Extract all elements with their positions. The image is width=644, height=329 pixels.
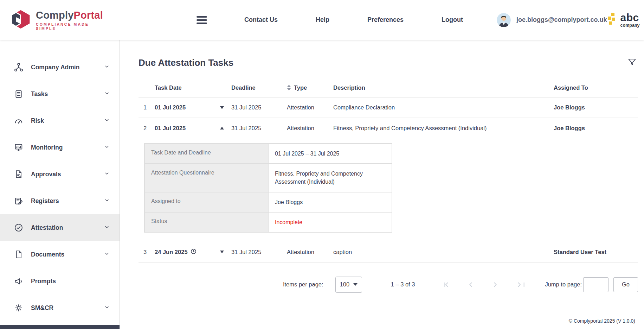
gear-icon xyxy=(13,303,24,313)
gauge-icon xyxy=(13,115,24,126)
brand-portal: Portal xyxy=(74,10,103,21)
sidebar-item-risk[interactable]: Risk xyxy=(0,107,120,134)
expand-row-icon[interactable] xyxy=(217,103,226,112)
sidebar-bottom-bar xyxy=(0,325,120,329)
assigned-to-cell: Standard User Test xyxy=(554,249,638,255)
chevron-down-icon xyxy=(104,251,110,258)
row-detail-table: Task Date and Deadline 01 Jul 2025 – 31 … xyxy=(144,143,392,233)
sidebar-item-label: Registers xyxy=(31,197,104,205)
company-logo: abc company xyxy=(607,12,640,28)
jump-to-page-input[interactable] xyxy=(583,277,608,292)
sidebar-item-label: Approvals xyxy=(31,171,104,178)
sidebar-item-label: Tasks xyxy=(31,90,104,98)
sidebar-item-monitoring[interactable]: Monitoring xyxy=(0,134,120,161)
nav-preferences[interactable]: Preferences xyxy=(367,16,404,24)
user-account-menu[interactable]: joe.bloggs@complyport.co.uk xyxy=(497,13,607,27)
brand-comply: Comply xyxy=(36,10,74,21)
sidebar-item-company-admin[interactable]: Company Admin xyxy=(0,54,120,81)
sidebar-item-label: Attestation xyxy=(31,224,104,232)
nav-help[interactable]: Help xyxy=(316,16,329,24)
chevron-down-icon xyxy=(104,90,110,97)
go-button[interactable]: Go xyxy=(613,277,638,292)
chevron-down-icon xyxy=(104,117,110,124)
table-row: 3 24 Jun 2025 31 Jul 2025 Attestation ca… xyxy=(139,242,638,262)
org-chart-icon xyxy=(13,62,24,72)
detail-value: 01 Jul 2025 – 31 Jul 2025 xyxy=(268,144,392,164)
description-cell: Fitness, Propriety and Competency Assess… xyxy=(333,125,554,132)
megaphone-icon xyxy=(13,276,24,286)
app-root: ComplyPortal Compliance Made Simple Cont… xyxy=(0,0,644,329)
sidebar-item-prompts[interactable]: Prompts xyxy=(0,268,120,295)
row-number: 2 xyxy=(139,125,155,132)
complyportal-logo-icon xyxy=(11,9,31,31)
main-content: Due Attestation Tasks Task Date Deadline xyxy=(120,40,644,329)
col-type[interactable]: Type xyxy=(287,84,333,91)
jump-to-page-label: Jump to page: xyxy=(545,281,582,288)
chevron-down-icon xyxy=(104,144,110,151)
due-tasks-table: Task Date Deadline Type Description Assi… xyxy=(139,78,638,262)
copyright-note: © Complyportal 2025 (V 1.0.0) xyxy=(139,318,638,324)
task-date-cell: 01 Jul 2025 xyxy=(155,125,217,132)
deadline-cell: 31 Jul 2025 xyxy=(231,249,287,255)
sidebar-item-attestation[interactable]: Attestation xyxy=(0,214,120,241)
sidebar-item-approvals[interactable]: Approvals xyxy=(0,161,120,188)
filter-icon[interactable] xyxy=(626,56,638,69)
company-logo-name: abc xyxy=(620,12,640,23)
chevron-down-icon xyxy=(104,224,110,231)
nav-logout[interactable]: Logout xyxy=(442,16,463,24)
previous-page-icon[interactable] xyxy=(467,281,475,289)
brand-tagline: Compliance Made Simple xyxy=(36,22,103,31)
monitor-chart-icon xyxy=(13,142,24,153)
expand-row-icon[interactable] xyxy=(217,247,226,257)
chevron-down-icon xyxy=(104,197,110,204)
table-header-row: Task Date Deadline Type Description Assi… xyxy=(139,78,638,97)
assigned-to-cell: Joe Bloggs xyxy=(554,104,638,111)
next-page-icon[interactable] xyxy=(491,281,499,289)
items-per-page-select[interactable]: 100 xyxy=(335,277,362,293)
collapse-row-icon[interactable] xyxy=(217,124,226,133)
sidebar-item-label: Risk xyxy=(31,117,104,125)
sidebar-item-label: Monitoring xyxy=(31,144,104,151)
pagination-bar: Items per page: 100 1 – 3 of 3 xyxy=(139,277,638,293)
detail-label: Status xyxy=(144,212,268,232)
detail-label: Assigned to xyxy=(144,192,268,212)
circle-check-icon xyxy=(13,222,24,233)
row-number: 3 xyxy=(139,249,155,255)
detail-row: Attestation Questionnaire Fitness, Propr… xyxy=(144,164,392,192)
complyportal-logo[interactable]: ComplyPortal Compliance Made Simple xyxy=(11,9,103,31)
detail-label: Attestation Questionnaire xyxy=(144,164,268,192)
detail-row: Assigned to Joe Bloggs xyxy=(144,192,392,212)
sidebar-item-documents[interactable]: Documents xyxy=(0,241,120,268)
menu-toggle-icon[interactable] xyxy=(194,14,209,26)
status-badge: Incomplete xyxy=(268,212,392,232)
sidebar-item-tasks[interactable]: Tasks xyxy=(0,81,120,107)
detail-row: Task Date and Deadline 01 Jul 2025 – 31 … xyxy=(144,144,392,164)
page-range-label: 1 – 3 of 3 xyxy=(391,281,415,288)
layout: Company Admin Tasks Risk xyxy=(0,40,644,329)
task-date-cell: 24 Jun 2025 xyxy=(155,248,217,256)
sort-icon[interactable] xyxy=(287,85,291,90)
chevron-down-icon xyxy=(104,304,110,311)
sidebar-item-label: Company Admin xyxy=(31,64,104,71)
row-number: 1 xyxy=(139,104,155,111)
last-page-icon[interactable] xyxy=(516,281,527,289)
detail-label: Task Date and Deadline xyxy=(144,144,268,164)
nav-contact-us[interactable]: Contact Us xyxy=(244,16,278,24)
type-cell: Attestation xyxy=(287,249,333,255)
register-pencil-icon xyxy=(13,196,24,206)
sidebar-item-registers[interactable]: Registers xyxy=(0,188,120,214)
first-page-icon[interactable] xyxy=(442,281,450,289)
deadline-cell: 31 Jul 2025 xyxy=(231,104,287,111)
description-cell: Compliance Declaration xyxy=(333,104,554,111)
table-row: 1 01 Jul 2025 31 Jul 2025 Attestation Co… xyxy=(139,97,638,118)
top-header: ComplyPortal Compliance Made Simple Cont… xyxy=(0,0,644,40)
company-logo-text: abc company xyxy=(620,12,640,28)
col-task-date: Task Date xyxy=(155,84,217,91)
col-deadline: Deadline xyxy=(231,84,287,91)
sidebar: Company Admin Tasks Risk xyxy=(0,40,120,329)
sidebar-item-smcr[interactable]: SM&CR xyxy=(0,295,120,321)
type-cell: Attestation xyxy=(287,104,333,111)
items-per-page-value: 100 xyxy=(340,281,350,288)
tasks-icon xyxy=(13,89,24,99)
items-per-page-label: Items per page: xyxy=(283,281,323,288)
